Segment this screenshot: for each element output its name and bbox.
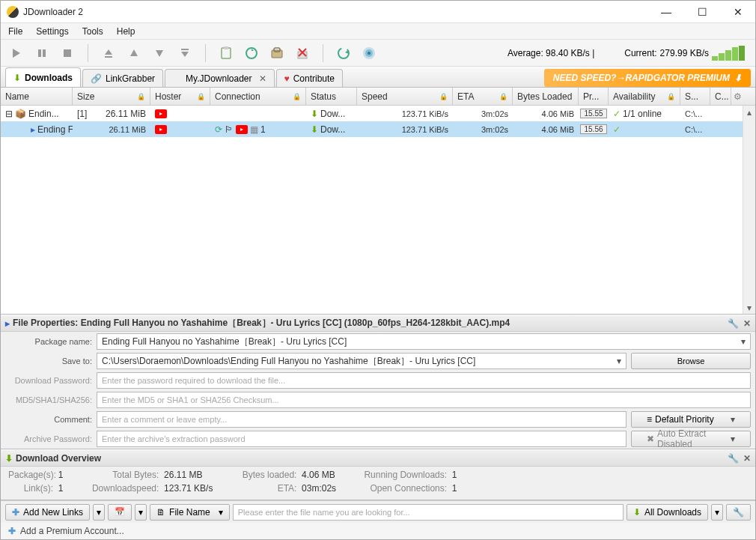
menu-file[interactable]: File — [8, 26, 22, 37]
panel-close-icon[interactable]: ✕ — [743, 453, 751, 464]
chevron-down-icon: ▾ — [219, 507, 223, 518]
reconnect-icon[interactable] — [334, 43, 353, 63]
clipboard-icon[interactable] — [216, 43, 236, 63]
tab-contribute[interactable]: ♥Contribute — [276, 69, 344, 87]
clear-icon[interactable] — [293, 43, 312, 63]
chevron-down-icon: ▾ — [138, 507, 143, 518]
move-top-button[interactable] — [99, 43, 118, 63]
column-settings-icon[interactable]: ⚙ — [731, 88, 744, 105]
menu-settings[interactable]: Settings — [36, 26, 68, 37]
search-input[interactable]: Please enter the file name you are looki… — [233, 504, 624, 521]
speed-graph-icon — [712, 46, 749, 61]
browse-button[interactable]: Browse — [631, 353, 751, 369]
avg-speed: Average: 98.40 KB/s | — [507, 48, 594, 58]
col-name[interactable]: Name — [1, 88, 73, 105]
promo-banner[interactable]: NEED SPEED?→RAPIDGATOR PREMIUM⬇ — [544, 69, 751, 87]
jd-logo-icon — [173, 74, 182, 83]
chevron-down-icon[interactable]: ▾ — [617, 356, 621, 366]
tab-close-icon[interactable]: ✕ — [259, 73, 266, 84]
scroll-down-icon[interactable]: ▾ — [743, 301, 755, 314]
close-button[interactable]: ✕ — [727, 4, 749, 19]
chunks-icon: ▦ — [250, 124, 258, 135]
col-speed[interactable]: Speed🔒 — [357, 88, 453, 105]
dlpw-input[interactable]: Enter the password required to download … — [97, 372, 751, 389]
all-downloads-button[interactable]: ⬇All Downloads — [627, 504, 708, 521]
svg-rect-3 — [222, 48, 231, 58]
menu-tools[interactable]: Tools — [82, 26, 103, 37]
comment-label: Comment: — [5, 415, 92, 424]
wrench-icon[interactable]: 🔧 — [728, 318, 739, 329]
scroll-up-icon[interactable]: ▴ — [743, 106, 755, 118]
lock-icon: 🔒 — [667, 93, 675, 100]
pkgname-label: Package name: — [5, 337, 92, 346]
heart-icon: ♥ — [284, 73, 290, 84]
chevron-down-icon: ▾ — [97, 507, 101, 518]
move-up-button[interactable] — [124, 43, 144, 63]
saveto-label: Save to: — [5, 357, 92, 365]
auto-reconnect-icon[interactable] — [242, 43, 261, 63]
hash-input[interactable]: Enter the MD5 or SHA1 or SHA256 Checksum… — [97, 392, 751, 408]
add-new-links-button[interactable]: ✚Add New Links — [5, 504, 90, 521]
all-downloads-dropdown[interactable]: ▾ — [711, 504, 723, 521]
move-bottom-button[interactable] — [175, 43, 195, 63]
saveto-input[interactable]: C:\Users\Doraemon\Downloads\Ending Full … — [97, 353, 627, 369]
flag-icon: 🏳 — [225, 124, 234, 135]
update-icon[interactable] — [359, 43, 379, 63]
menu-help[interactable]: Help — [117, 26, 135, 37]
stop-button[interactable] — [58, 43, 77, 63]
svg-rect-4 — [224, 46, 228, 49]
tab-downloads[interactable]: ⬇Downloads — [5, 67, 81, 87]
col-size[interactable]: Size🔒 — [73, 88, 150, 105]
download-icon: ⬇ — [5, 453, 13, 464]
panel-header: ▸ File Properties: Ending Full Hanyou no… — [1, 315, 755, 332]
video-file-icon: ▸ — [5, 318, 10, 329]
col-hoster[interactable]: Hoster🔒 — [150, 88, 210, 105]
cancel-icon: ✖ — [647, 434, 654, 444]
table-row[interactable]: ▸Ending F.. 26.11 MiB ⟳🏳▦1 ⬇Dow... 123.7… — [1, 121, 755, 137]
date-filter-button[interactable]: 📅 — [108, 504, 132, 521]
col-bytes[interactable]: Bytes Loaded — [513, 88, 579, 105]
chevron-down-icon[interactable]: ▾ — [741, 336, 746, 347]
current-speed: Current: 279.99 KB/s — [624, 46, 749, 61]
col-saveto[interactable]: S... — [680, 88, 710, 105]
col-progress[interactable]: Pr... — [579, 88, 609, 105]
file-properties-panel: ▸ File Properties: Ending Full Hanyou no… — [1, 315, 755, 449]
settings-button[interactable]: 🔧 — [726, 504, 751, 521]
priority-dropdown[interactable]: ≡Default Priority▾ — [631, 411, 751, 428]
pkgname-input[interactable]: Ending Full Hanyou no Yashahime［Break］- … — [97, 333, 751, 350]
filename-filter-button[interactable]: 🗎File Name▾ — [150, 504, 230, 521]
lock-icon: 🔒 — [293, 93, 301, 100]
col-connection[interactable]: Connection🔒 — [210, 88, 306, 105]
comment-input[interactable]: Enter a comment or leave empty... — [97, 411, 627, 428]
youtube-icon — [155, 125, 167, 134]
wrench-icon: 🔧 — [733, 507, 744, 518]
table-row[interactable]: ⊟📦Endin... [1]26.11 MiB ⬇Dow... 123.71 K… — [1, 106, 755, 121]
download-icon: ⬇ — [311, 124, 318, 135]
add-new-links-dropdown[interactable]: ▾ — [93, 504, 105, 521]
archpw-input[interactable]: Enter the archive's extraction password — [97, 431, 627, 447]
download-icon: ⬇ — [734, 73, 742, 83]
minimize-button[interactable]: — — [655, 4, 677, 19]
window-title: JDownloader 2 — [23, 7, 655, 17]
panel-close-icon[interactable]: ✕ — [743, 318, 751, 329]
svg-point-12 — [368, 52, 371, 55]
status-text[interactable]: Add a Premium Account... — [20, 526, 124, 536]
date-filter-dropdown[interactable]: ▾ — [135, 504, 147, 521]
pause-button[interactable] — [32, 43, 52, 63]
col-comment[interactable]: C... — [710, 88, 731, 105]
wrench-icon[interactable]: 🔧 — [728, 453, 739, 464]
tab-linkgrabber[interactable]: 🔗LinkGrabber — [82, 69, 163, 87]
hash-label: MD5/SHA1/SHA256: — [5, 395, 92, 404]
vertical-scrollbar[interactable]: ▴ ▾ — [743, 106, 755, 314]
col-status[interactable]: Status — [306, 88, 357, 105]
play-button[interactable] — [7, 43, 26, 63]
tab-myjdownloader[interactable]: My.JDownloader✕ — [165, 69, 274, 87]
move-down-button[interactable] — [150, 43, 169, 63]
refresh-icon: ⟳ — [215, 124, 222, 135]
col-availability[interactable]: Availability🔒 — [609, 88, 680, 105]
autoextract-dropdown[interactable]: ✖Auto Extract Disabled▾ — [631, 431, 751, 447]
maximize-button[interactable]: ☐ — [691, 4, 713, 19]
col-eta[interactable]: ETA🔒 — [453, 88, 513, 105]
premium-icon[interactable] — [267, 43, 287, 63]
table-header: Name Size🔒 Hoster🔒 Connection🔒 Status Sp… — [1, 88, 755, 106]
